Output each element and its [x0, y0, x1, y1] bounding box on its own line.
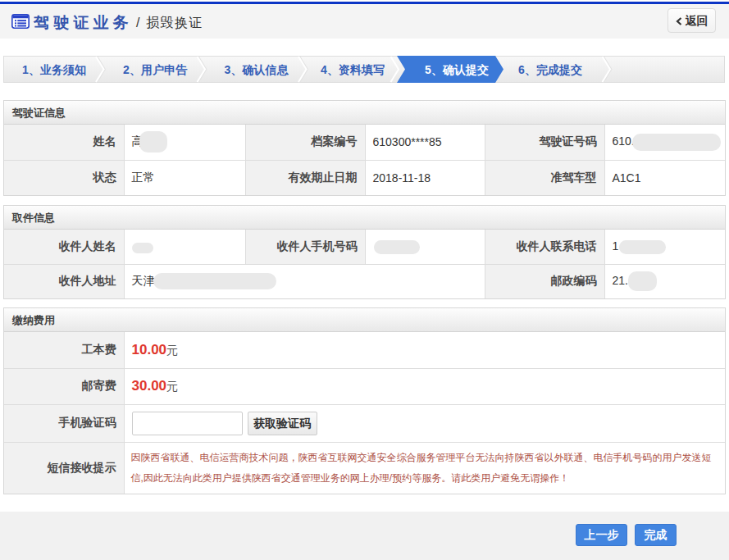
svg-text:6、完成提交: 6、完成提交: [518, 63, 582, 76]
svg-text:2、用户申告: 2、用户申告: [123, 63, 188, 76]
svg-text:5、确认提交: 5、确认提交: [425, 63, 489, 76]
svg-text:3、确认信息: 3、确认信息: [225, 63, 289, 76]
svg-text:4、资料填写: 4、资料填写: [321, 63, 385, 76]
svg-text:1、业务须知: 1、业务须知: [22, 63, 86, 76]
